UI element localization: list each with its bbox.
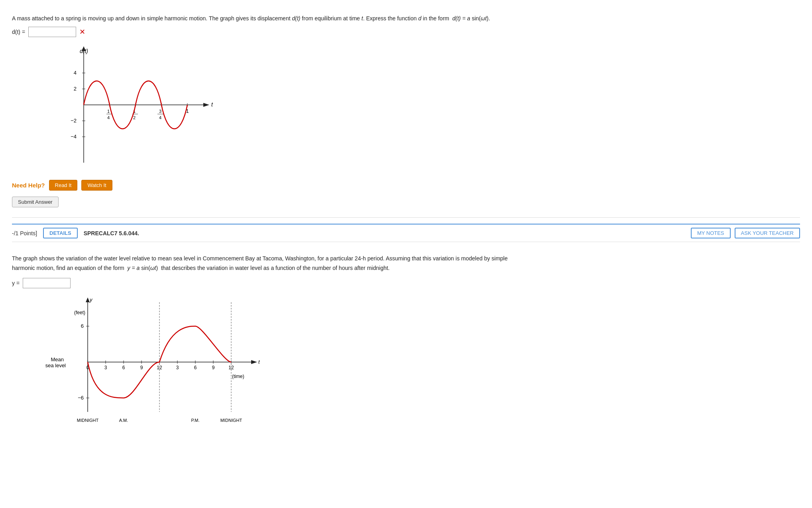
am-label: A.M.: [119, 418, 128, 423]
answer-row-1: d(t) = ✕: [12, 27, 800, 37]
x2-tick-pm9: 9: [212, 365, 215, 370]
need-help-label: Need Help?: [12, 182, 45, 189]
problem2-header-left: -/1 Points] DETAILS SPRECALC7 5.6.044.: [12, 228, 139, 238]
x2-tick-6: 6: [122, 365, 125, 370]
x-tick-1-4: 1: [107, 109, 110, 114]
ask-teacher-button[interactable]: ASK YOUR TEACHER: [735, 228, 800, 238]
x-tick-1-4-denom: 4: [107, 115, 110, 120]
answer-label-1: d(t) =: [12, 29, 25, 35]
t-label: t: [362, 15, 363, 22]
midnight-end-label: MIDNIGHT: [220, 418, 242, 423]
graph2-y-unit: (feet): [74, 310, 85, 315]
y2-tick-neg6: −6: [78, 395, 84, 401]
omega-label: ω: [481, 15, 485, 22]
graph2-x-t-label: t: [258, 359, 260, 365]
need-help-row: Need Help? Read It Watch It: [12, 180, 800, 191]
problem2-text: The graph shows the variation of the wat…: [12, 254, 800, 273]
details-button[interactable]: DETAILS: [43, 228, 78, 238]
graph1-container: d(t) 4 2 −2 −4: [44, 43, 800, 172]
problem2-header: -/1 Points] DETAILS SPRECALC7 5.6.044. M…: [12, 224, 800, 242]
submit-button[interactable]: Submit Answer: [12, 197, 59, 207]
points-text: -/1 Points]: [12, 230, 37, 236]
my-notes-button[interactable]: MY NOTES: [691, 228, 731, 238]
x2-tick-9: 9: [140, 365, 143, 370]
graph2-y-label: y: [89, 297, 93, 303]
x-tick-3-4: 3: [159, 109, 161, 114]
x2-tick-pm6: 6: [194, 365, 197, 370]
graph1-x-arrow: [203, 103, 209, 107]
answer-input-1[interactable]: [28, 27, 76, 37]
d-t-label: d(t): [292, 15, 300, 22]
problem-id: SPRECALC7 5.6.044.: [84, 230, 139, 236]
x2-tick-3: 3: [104, 365, 107, 370]
sea-level-label: sea level: [45, 362, 66, 368]
graph2-time-label: (time): [232, 374, 244, 379]
header-right-buttons: MY NOTES ASK YOUR TEACHER: [691, 228, 800, 238]
problem1-text: A mass attached to a spring is moving up…: [12, 14, 800, 23]
y-tick-4: 4: [74, 70, 77, 76]
watch-it-button[interactable]: Watch It: [81, 180, 112, 191]
t2-label: t: [485, 15, 487, 22]
mean-label: Mean: [51, 356, 64, 362]
answer-input-2[interactable]: [23, 278, 71, 288]
formula-label: d(t) = a: [452, 15, 470, 22]
page-container: A mass attached to a spring is moving up…: [0, 0, 812, 508]
answer-label-2: y =: [12, 280, 20, 286]
y-tick-neg2: −2: [71, 118, 77, 124]
graph2-x-arrow: [251, 360, 257, 364]
read-it-button[interactable]: Read It: [49, 180, 78, 191]
answer-row-2: y =: [12, 278, 800, 288]
graph2-svg: Mean sea level y (feet) 6: [44, 294, 275, 430]
problem1-section: A mass attached to a spring is moving up…: [12, 8, 800, 211]
graph2-y-arrow: [86, 297, 90, 302]
close-icon[interactable]: ✕: [79, 28, 85, 36]
graph2-container: Mean sea level y (feet) 6: [44, 294, 800, 431]
midnight-start-label: MIDNIGHT: [77, 418, 99, 423]
x-tick-1-2-denom: 2: [133, 115, 136, 120]
x-tick-3-4-denom: 4: [159, 115, 161, 120]
graph1-x-label: t: [211, 101, 213, 108]
graph1-svg: d(t) 4 2 −2 −4: [44, 43, 211, 171]
problem2-section: The graph shows the variation of the wat…: [12, 248, 800, 443]
y2-tick-6: 6: [81, 323, 84, 329]
section-divider: [12, 217, 800, 218]
y-tick-neg4: −4: [71, 134, 77, 140]
d-label: d: [418, 15, 421, 22]
x2-tick-pm3: 3: [176, 365, 179, 370]
pm-label: P.M.: [191, 418, 199, 423]
y-tick-2: 2: [74, 86, 77, 92]
